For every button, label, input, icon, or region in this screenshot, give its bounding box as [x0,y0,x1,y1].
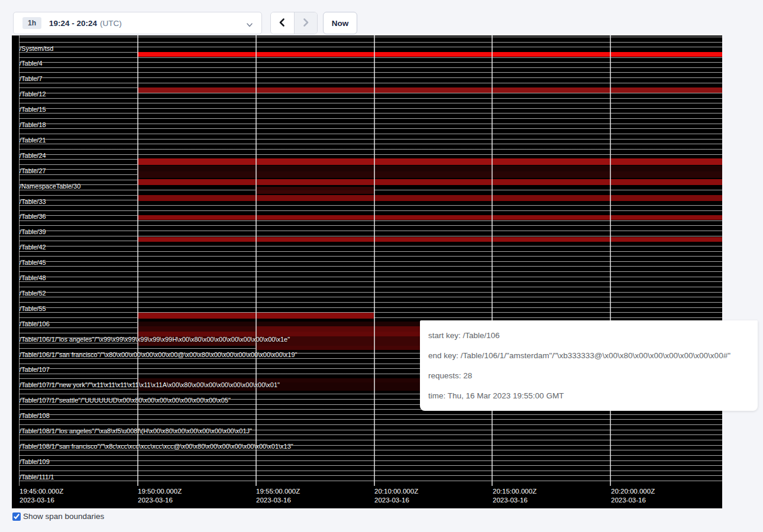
row-label: /Table/107 [20,366,50,373]
heat-stripe [137,166,722,171]
toolbar: 1h 19:24 - 20:24 (UTC) [0,0,763,35]
time-gridline [492,35,493,486]
x-axis-tick: 20:15:00.000Z2023-03-16 [493,487,536,505]
row-label: /Table/106/1/"san francisco"/"\x80\x00\x… [20,352,298,358]
show-span-boundaries-label: Show span boundaries [23,512,104,521]
row-label: /Table/42 [20,244,46,251]
row-label: /Table/106/1/"los angeles"/"\x99\x99\x99… [20,336,290,343]
row-label: /Table/107/1/"new york"/"\x11\x11\x11\x1… [20,382,280,388]
heat-stripe [137,52,722,57]
heat-stripe [137,195,722,201]
row-label: /Table/109 [20,459,50,465]
heat-stripe [137,326,256,332]
row-label: /Table/39 [20,229,46,235]
heat-stripe [137,237,722,242]
span-tooltip: start key: /Table/106 end key: /Table/10… [420,320,758,411]
x-tick-date: 2023-03-16 [374,496,418,505]
row-label: /Table/4 [20,60,43,67]
now-button[interactable]: Now [323,12,357,34]
chevron-left-icon [277,18,287,29]
time-gridline [374,35,375,486]
row-label: /Table/55 [20,306,46,312]
x-tick-date: 2023-03-16 [256,496,300,505]
next-range-button[interactable] [294,12,318,34]
heat-stripe [137,179,722,185]
x-tick-time: 20:15:00.000Z [493,487,536,496]
x-axis-tick: 19:50:00.000Z2023-03-16 [138,487,182,505]
row-label: /Table/18 [20,122,46,128]
x-tick-time: 20:20:00.000Z [611,487,655,496]
row-label: /Table/24 [20,153,46,159]
x-tick-date: 2023-03-16 [20,496,63,505]
row-label: /Table/27 [20,168,46,174]
heat-stripe [137,158,722,165]
x-tick-time: 19:45:00.000Z [20,487,63,496]
row-label: /Table/7 [20,76,43,82]
heat-stripe [256,190,374,194]
time-gridline [610,35,611,486]
tooltip-start-key: start key: /Table/106 [428,326,749,346]
row-label: /Table/111/1 [20,474,54,481]
row-label: /Table/108/1/"los angeles"/"\xa8\xf5\u00… [20,428,252,434]
tooltip-time: time: Thu, 16 Mar 2023 19:55:00 GMT [428,386,749,406]
time-range-select[interactable]: 1h 19:24 - 20:24 (UTC) [13,12,262,34]
row-label: /Table/15 [20,106,46,113]
heat-stripe [256,326,421,332]
row-label: /Table/52 [20,290,46,297]
key-visualizer-canvas[interactable]: /System/tsd/Table/4/Table/7/Table/12/Tab… [12,35,722,508]
key-visualizer-page: 1h 19:24 - 20:24 (UTC) [0,0,763,532]
heat-stripe [137,215,722,220]
row-label: /Table/48 [20,275,46,281]
x-tick-date: 2023-03-16 [138,496,182,505]
row-label: /Table/36 [20,213,46,220]
x-tick-date: 2023-03-16 [611,496,655,505]
row-label: /Table/45 [20,259,46,266]
x-axis-tick: 19:55:00.000Z2023-03-16 [256,487,300,505]
time-range-preset-badge: 1h [22,17,41,29]
time-range-label: 19:24 - 20:24 [49,19,97,28]
tooltip-requests: requests: 28 [428,366,749,386]
x-tick-time: 20:10:00.000Z [374,487,418,496]
row-label: /Table/108/1/"san francisco"/"\x8c\xcc\x… [20,443,293,450]
x-tick-time: 19:50:00.000Z [138,487,182,496]
row-label: /Table/12 [20,91,46,98]
heat-stripe [137,87,722,93]
row-label: /Table/106 [20,321,50,327]
x-axis-tick: 20:10:00.000Z2023-03-16 [374,487,418,505]
show-span-boundaries-control: Show span boundaries [12,512,104,521]
time-range-nav [270,12,318,34]
x-axis-tick: 19:45:00.000Z2023-03-16 [20,487,63,505]
span-boundary-lines [19,37,722,486]
row-label: /Table/108 [20,413,50,419]
x-tick-date: 2023-03-16 [493,496,536,505]
x-tick-time: 19:55:00.000Z [256,487,300,496]
chevron-down-icon [246,20,253,31]
row-label: /Table/107/1/"seattle"/"UUUUUUD\x00\x80\… [20,397,231,404]
heat-stripe [137,171,722,178]
time-gridline [256,35,257,486]
show-span-boundaries-checkbox[interactable] [12,512,21,521]
time-gridline [137,35,138,486]
row-label: /Table/33 [20,199,46,205]
heat-stripe [256,346,421,350]
row-label: /Table/21 [20,137,46,144]
prev-range-button[interactable] [271,12,294,34]
row-label: /System/tsd [20,46,53,52]
row-label: /NamespaceTable/30 [20,183,80,190]
time-range-timezone: (UTC) [100,19,122,28]
chevron-right-icon [301,18,311,29]
tooltip-end-key: end key: /Table/106/1/"amsterdam"/"\xb33… [428,346,749,366]
x-axis-tick: 20:20:00.000Z2023-03-16 [611,487,655,505]
heat-stripe [137,322,421,326]
